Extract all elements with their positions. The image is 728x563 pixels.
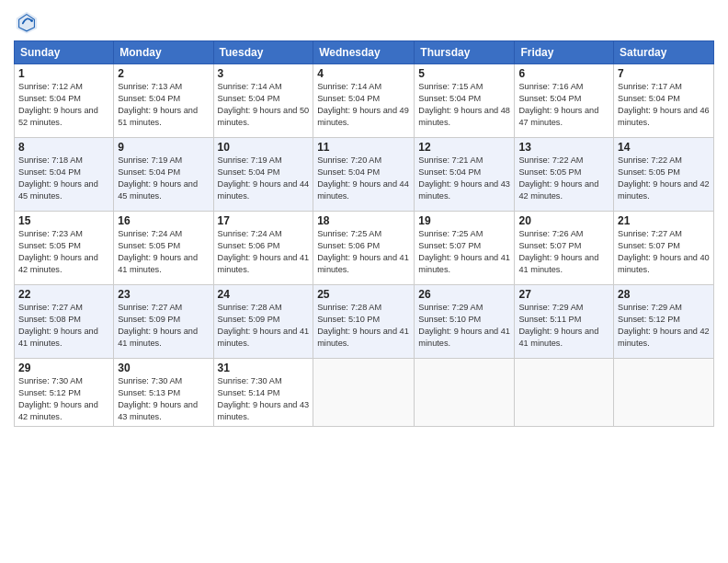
calendar-cell: 15Sunrise: 7:23 AM Sunset: 5:05 PM Dayli… bbox=[15, 212, 114, 285]
day-number: 27 bbox=[518, 288, 609, 301]
day-number: 14 bbox=[618, 141, 710, 154]
calendar-week-2: 8Sunrise: 7:18 AM Sunset: 5:04 PM Daylig… bbox=[15, 138, 714, 212]
svg-marker-0 bbox=[17, 12, 37, 34]
day-info: Sunrise: 7:16 AM Sunset: 5:04 PM Dayligh… bbox=[518, 81, 609, 129]
day-number: 4 bbox=[317, 67, 410, 80]
day-info: Sunrise: 7:25 AM Sunset: 5:06 PM Dayligh… bbox=[317, 228, 410, 276]
day-info: Sunrise: 7:28 AM Sunset: 5:10 PM Dayligh… bbox=[317, 302, 410, 350]
day-info: Sunrise: 7:12 AM Sunset: 5:04 PM Dayligh… bbox=[18, 81, 109, 129]
calendar-cell: 3Sunrise: 7:14 AM Sunset: 5:04 PM Daylig… bbox=[213, 64, 313, 138]
calendar-cell: 11Sunrise: 7:20 AM Sunset: 5:04 PM Dayli… bbox=[313, 138, 415, 212]
day-number: 25 bbox=[317, 288, 410, 301]
calendar-week-1: 1Sunrise: 7:12 AM Sunset: 5:04 PM Daylig… bbox=[15, 64, 714, 138]
day-number: 19 bbox=[418, 214, 510, 227]
day-number: 15 bbox=[18, 214, 109, 227]
day-info: Sunrise: 7:20 AM Sunset: 5:04 PM Dayligh… bbox=[317, 155, 410, 202]
day-info: Sunrise: 7:19 AM Sunset: 5:04 PM Dayligh… bbox=[118, 155, 209, 202]
day-number: 13 bbox=[518, 141, 609, 154]
day-info: Sunrise: 7:27 AM Sunset: 5:08 PM Dayligh… bbox=[18, 302, 109, 350]
day-info: Sunrise: 7:15 AM Sunset: 5:04 PM Dayligh… bbox=[418, 81, 510, 129]
calendar-cell bbox=[614, 359, 714, 427]
calendar-header-friday: Friday bbox=[515, 41, 614, 64]
calendar-cell: 6Sunrise: 7:16 AM Sunset: 5:04 PM Daylig… bbox=[515, 64, 614, 138]
calendar-week-5: 29Sunrise: 7:30 AM Sunset: 5:12 PM Dayli… bbox=[15, 359, 714, 427]
day-info: Sunrise: 7:19 AM Sunset: 5:04 PM Dayligh… bbox=[218, 155, 310, 202]
day-number: 5 bbox=[418, 67, 510, 80]
calendar-cell: 25Sunrise: 7:28 AM Sunset: 5:10 PM Dayli… bbox=[313, 285, 415, 359]
page-container: SundayMondayTuesdayWednesdayThursdayFrid… bbox=[0, 0, 728, 436]
day-info: Sunrise: 7:29 AM Sunset: 5:10 PM Dayligh… bbox=[418, 302, 510, 350]
calendar-cell bbox=[313, 359, 415, 427]
day-number: 2 bbox=[118, 67, 209, 80]
calendar-cell: 23Sunrise: 7:27 AM Sunset: 5:09 PM Dayli… bbox=[114, 285, 213, 359]
day-number: 3 bbox=[218, 67, 310, 80]
day-info: Sunrise: 7:14 AM Sunset: 5:04 PM Dayligh… bbox=[218, 81, 310, 129]
day-number: 7 bbox=[618, 67, 710, 80]
day-info: Sunrise: 7:24 AM Sunset: 5:06 PM Dayligh… bbox=[218, 228, 310, 276]
calendar-week-3: 15Sunrise: 7:23 AM Sunset: 5:05 PM Dayli… bbox=[15, 212, 714, 285]
calendar-cell: 12Sunrise: 7:21 AM Sunset: 5:04 PM Dayli… bbox=[415, 138, 515, 212]
day-info: Sunrise: 7:14 AM Sunset: 5:04 PM Dayligh… bbox=[317, 81, 410, 129]
calendar-header-saturday: Saturday bbox=[614, 41, 714, 64]
day-number: 24 bbox=[218, 288, 310, 301]
calendar-cell: 30Sunrise: 7:30 AM Sunset: 5:13 PM Dayli… bbox=[114, 359, 213, 427]
calendar-table: SundayMondayTuesdayWednesdayThursdayFrid… bbox=[14, 40, 714, 427]
page-header bbox=[14, 9, 714, 35]
calendar-header-wednesday: Wednesday bbox=[313, 41, 415, 64]
calendar-cell: 27Sunrise: 7:29 AM Sunset: 5:11 PM Dayli… bbox=[515, 285, 614, 359]
calendar-cell: 10Sunrise: 7:19 AM Sunset: 5:04 PM Dayli… bbox=[213, 138, 313, 212]
day-number: 8 bbox=[18, 141, 109, 154]
day-info: Sunrise: 7:22 AM Sunset: 5:05 PM Dayligh… bbox=[618, 155, 710, 202]
day-info: Sunrise: 7:13 AM Sunset: 5:04 PM Dayligh… bbox=[118, 81, 209, 129]
day-number: 16 bbox=[118, 214, 209, 227]
day-number: 10 bbox=[218, 141, 310, 154]
day-info: Sunrise: 7:23 AM Sunset: 5:05 PM Dayligh… bbox=[18, 228, 109, 276]
day-number: 21 bbox=[618, 214, 710, 227]
day-number: 12 bbox=[418, 141, 510, 154]
day-info: Sunrise: 7:22 AM Sunset: 5:05 PM Dayligh… bbox=[518, 155, 609, 202]
logo bbox=[14, 9, 43, 35]
calendar-cell: 7Sunrise: 7:17 AM Sunset: 5:04 PM Daylig… bbox=[614, 64, 714, 138]
calendar-header-monday: Monday bbox=[114, 41, 213, 64]
day-info: Sunrise: 7:24 AM Sunset: 5:05 PM Dayligh… bbox=[118, 228, 209, 276]
calendar-cell bbox=[415, 359, 515, 427]
calendar-cell: 21Sunrise: 7:27 AM Sunset: 5:07 PM Dayli… bbox=[614, 212, 714, 285]
day-number: 6 bbox=[518, 67, 609, 80]
calendar-cell: 24Sunrise: 7:28 AM Sunset: 5:09 PM Dayli… bbox=[213, 285, 313, 359]
day-info: Sunrise: 7:21 AM Sunset: 5:04 PM Dayligh… bbox=[418, 155, 510, 202]
day-info: Sunrise: 7:30 AM Sunset: 5:12 PM Dayligh… bbox=[18, 375, 109, 423]
day-number: 17 bbox=[218, 214, 310, 227]
day-info: Sunrise: 7:30 AM Sunset: 5:14 PM Dayligh… bbox=[218, 375, 310, 423]
day-number: 30 bbox=[118, 362, 209, 374]
calendar-cell: 20Sunrise: 7:26 AM Sunset: 5:07 PM Dayli… bbox=[515, 212, 614, 285]
day-number: 20 bbox=[518, 214, 609, 227]
calendar-cell: 17Sunrise: 7:24 AM Sunset: 5:06 PM Dayli… bbox=[213, 212, 313, 285]
calendar-header-sunday: Sunday bbox=[15, 41, 114, 64]
day-info: Sunrise: 7:29 AM Sunset: 5:12 PM Dayligh… bbox=[618, 302, 710, 350]
calendar-cell: 5Sunrise: 7:15 AM Sunset: 5:04 PM Daylig… bbox=[415, 64, 515, 138]
day-info: Sunrise: 7:28 AM Sunset: 5:09 PM Dayligh… bbox=[218, 302, 310, 350]
day-info: Sunrise: 7:17 AM Sunset: 5:04 PM Dayligh… bbox=[618, 81, 710, 129]
calendar-cell: 13Sunrise: 7:22 AM Sunset: 5:05 PM Dayli… bbox=[515, 138, 614, 212]
day-number: 18 bbox=[317, 214, 410, 227]
day-info: Sunrise: 7:25 AM Sunset: 5:07 PM Dayligh… bbox=[418, 228, 510, 276]
calendar-cell: 18Sunrise: 7:25 AM Sunset: 5:06 PM Dayli… bbox=[313, 212, 415, 285]
calendar-cell: 14Sunrise: 7:22 AM Sunset: 5:05 PM Dayli… bbox=[614, 138, 714, 212]
calendar-cell: 8Sunrise: 7:18 AM Sunset: 5:04 PM Daylig… bbox=[15, 138, 114, 212]
day-number: 22 bbox=[18, 288, 109, 301]
day-number: 29 bbox=[18, 362, 109, 374]
calendar-cell: 22Sunrise: 7:27 AM Sunset: 5:08 PM Dayli… bbox=[15, 285, 114, 359]
day-info: Sunrise: 7:18 AM Sunset: 5:04 PM Dayligh… bbox=[18, 155, 109, 202]
day-number: 11 bbox=[317, 141, 410, 154]
svg-point-2 bbox=[30, 19, 33, 22]
calendar-week-4: 22Sunrise: 7:27 AM Sunset: 5:08 PM Dayli… bbox=[15, 285, 714, 359]
day-info: Sunrise: 7:27 AM Sunset: 5:09 PM Dayligh… bbox=[118, 302, 209, 350]
calendar-cell bbox=[515, 359, 614, 427]
day-number: 31 bbox=[218, 362, 310, 374]
calendar-cell: 28Sunrise: 7:29 AM Sunset: 5:12 PM Dayli… bbox=[614, 285, 714, 359]
calendar-cell: 29Sunrise: 7:30 AM Sunset: 5:12 PM Dayli… bbox=[15, 359, 114, 427]
calendar-header-thursday: Thursday bbox=[415, 41, 515, 64]
logo-icon bbox=[14, 9, 40, 35]
day-info: Sunrise: 7:30 AM Sunset: 5:13 PM Dayligh… bbox=[118, 375, 209, 423]
calendar-cell: 19Sunrise: 7:25 AM Sunset: 5:07 PM Dayli… bbox=[415, 212, 515, 285]
